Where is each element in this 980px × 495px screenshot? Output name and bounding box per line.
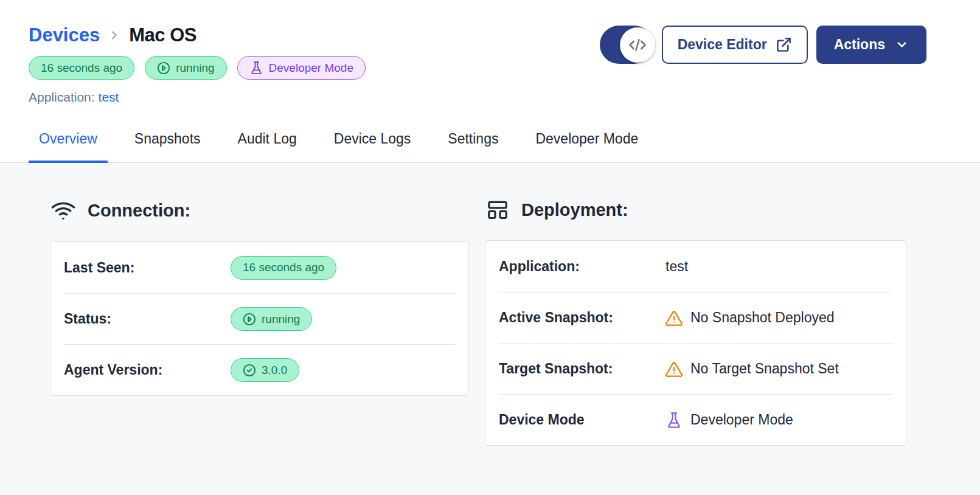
status-value-badge: running [231,307,312,331]
check-circle-icon [243,364,256,377]
active-snapshot-text: No Snapshot Deployed [690,310,835,326]
warning-icon [665,361,683,378]
target-snapshot-text: No Target Snapshot Set [690,361,839,377]
application-row-value: test [665,258,688,275]
device-mode-value: Developer Mode [665,412,793,429]
application-link[interactable]: test [99,90,119,104]
agent-version-badge: 3.0.0 [231,358,299,382]
status-row: Status: running [64,293,455,344]
deployment-heading: Deployment: [486,198,906,221]
tab-overview[interactable]: Overview [29,131,108,163]
agent-version-text: 3.0.0 [262,364,287,377]
external-link-icon [776,36,792,53]
active-snapshot-row: Active Snapshot: No Snapshot Deployed [499,292,892,343]
application-row-label: Application: [499,258,665,275]
active-snapshot-value: No Snapshot Deployed [665,310,835,327]
page-header: Devices Mac OS 16 seconds ago running De… [0,0,980,105]
status-badge-label: running [176,61,214,75]
deployment-card: Application: test Active Snapshot: No Sn… [485,240,906,446]
breadcrumb-devices-link[interactable]: Devices [29,24,100,46]
target-snapshot-value: No Target Snapshot Set [665,361,839,378]
device-detail-page: Devices Mac OS 16 seconds ago running De… [0,0,980,495]
tab-bar: Overview Snapshots Audit Log Device Logs… [0,105,980,163]
flask-icon [249,61,263,75]
last-seen-value: 16 seconds ago [231,256,336,280]
code-view-toggle[interactable] [600,26,653,64]
agent-version-value: 3.0.0 [231,358,299,382]
application-value-text: test [665,258,688,275]
last-seen-value-text: 16 seconds ago [243,261,324,274]
chevron-right-icon [108,29,121,42]
application-row: Application: test [499,241,892,292]
device-mode-text: Developer Mode [690,412,793,428]
connection-section: Connection: Last Seen: 16 seconds ago St… [50,198,469,396]
connection-title: Connection: [88,201,190,221]
code-icon [620,27,655,63]
warning-icon [665,310,683,327]
tab-device-logs[interactable]: Device Logs [324,131,422,163]
device-mode-label: Device Mode [499,412,665,428]
agent-version-label: Agent Version: [64,362,231,378]
device-editor-label: Device Editor [678,36,767,53]
status-value: running [231,307,312,331]
header-toolbar: Device Editor Actions [600,26,926,64]
application-label: Application: [29,90,95,104]
connection-card: Last Seen: 16 seconds ago Status: [50,241,469,396]
last-seen-badge-label: 16 seconds ago [41,61,122,75]
developer-mode-badge-label: Developer Mode [269,61,353,75]
target-snapshot-label: Target Snapshot: [499,361,665,377]
active-snapshot-label: Active Snapshot: [499,310,665,326]
tab-settings[interactable]: Settings [437,131,509,163]
play-circle-icon [157,61,170,75]
page-title: Mac OS [129,24,196,46]
connection-heading: Connection: [51,198,469,223]
actions-button[interactable]: Actions [816,26,926,64]
deployment-title: Deployment: [521,200,628,220]
status-badge: running [145,56,226,80]
device-mode-row: Device Mode Developer Mode [499,394,892,445]
wifi-icon [51,198,75,223]
last-seen-value-badge: 16 seconds ago [231,256,336,280]
last-seen-label: Last Seen: [64,260,231,276]
last-seen-badge: 16 seconds ago [29,56,134,80]
actions-label: Actions [834,36,885,53]
last-seen-row: Last Seen: 16 seconds ago [64,242,455,293]
flask-icon [665,412,683,429]
chevron-down-icon [895,38,909,52]
deployment-icon [486,198,509,221]
play-circle-icon [243,313,256,326]
overview-content: Connection: Last Seen: 16 seconds ago St… [0,163,980,495]
device-editor-button[interactable]: Device Editor [662,26,808,64]
target-snapshot-row: Target Snapshot: No Target Snapshot Set [499,343,892,394]
status-value-text: running [262,313,300,326]
status-label: Status: [64,311,231,327]
developer-mode-badge: Developer Mode [237,56,366,80]
deployment-section: Deployment: Application: test Active Sna… [485,198,906,446]
tab-snapshots[interactable]: Snapshots [124,131,211,163]
tab-developer-mode[interactable]: Developer Mode [525,131,648,163]
tab-audit-log[interactable]: Audit Log [228,131,307,163]
agent-version-row: Agent Version: 3.0.0 [64,344,455,395]
application-line: Application:test [29,90,980,105]
